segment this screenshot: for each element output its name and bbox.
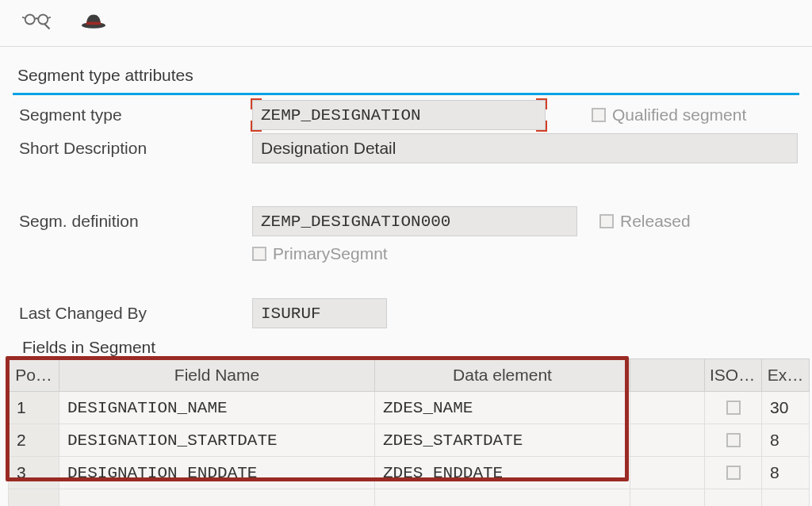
cell-gap: [630, 457, 705, 489]
table-row[interactable]: 1 DESIGNATION_NAME ZDES_NAME 30: [9, 392, 810, 424]
cell-data-element[interactable]: ZDES_NAME: [375, 392, 630, 424]
primary-segment-label: PrimarySegmnt: [273, 244, 388, 263]
col-header-field-name[interactable]: Field Name: [59, 359, 375, 392]
checkbox-icon: [252, 247, 266, 261]
segment-type-label: Segment type: [14, 105, 252, 125]
svg-point-0: [25, 15, 35, 25]
col-header-data-element[interactable]: Data element: [375, 359, 630, 392]
primary-segment-checkbox[interactable]: PrimarySegmnt: [252, 244, 388, 263]
qualified-segment-checkbox[interactable]: Qualified segment: [592, 105, 746, 125]
col-header-position[interactable]: Po…: [9, 359, 59, 392]
table-row[interactable]: 2 DESIGNATION_STARTDATE ZDES_STARTDATE 8: [9, 424, 810, 457]
last-changed-by-value: ISURUF: [261, 305, 321, 323]
segment-attributes-panel: Segment type attributes Segment type ZEM…: [13, 63, 799, 330]
toolbar: [0, 0, 812, 47]
checkbox-icon: [726, 433, 741, 447]
table-row[interactable]: [9, 489, 810, 507]
short-description-label: Short Description: [14, 139, 252, 158]
glasses-icon[interactable]: [22, 6, 51, 35]
segm-definition-value: ZEMP_DESIGNATION000: [261, 213, 450, 231]
last-changed-by-field[interactable]: ISURUF: [252, 298, 387, 328]
col-header-gap: [630, 359, 705, 392]
fields-table-wrap: Po… Field Name Data element ISO c… Ex… 1…: [8, 358, 809, 506]
cell-data-element[interactable]: ZDES_ENDDATE: [375, 457, 630, 489]
cell-field-name[interactable]: DESIGNATION_ENDDATE: [59, 457, 375, 489]
cell-field-name[interactable]: DESIGNATION_STARTDATE: [59, 424, 375, 457]
segment-type-field[interactable]: ZEMP_DESIGNATION: [252, 100, 546, 130]
cell-ext-len: 30: [762, 392, 810, 424]
last-changed-by-label: Last Changed By: [14, 304, 252, 323]
checkbox-icon: [599, 214, 614, 228]
cell-ext-len: 8: [762, 424, 810, 457]
cell-pos: 2: [9, 424, 59, 457]
fields-in-segment-title: Fields in Segment: [0, 330, 812, 357]
segm-definition-field[interactable]: ZEMP_DESIGNATION000: [252, 206, 577, 236]
cell-ext-len: 8: [762, 457, 810, 489]
segm-definition-label: Segm. definition: [14, 212, 252, 231]
col-header-ext-len[interactable]: Ex…: [762, 359, 810, 392]
table-row[interactable]: 3 DESIGNATION_ENDDATE ZDES_ENDDATE 8: [9, 457, 810, 489]
form-area: Segment type ZEMP_DESIGNATION Qualified …: [13, 95, 799, 330]
checkbox-icon: [726, 401, 741, 415]
checkbox-icon: [592, 108, 606, 122]
col-header-iso[interactable]: ISO c…: [705, 359, 762, 392]
cell-iso[interactable]: [705, 424, 762, 457]
short-description-value: Designation Detail: [261, 139, 396, 158]
released-checkbox[interactable]: Released: [599, 212, 691, 231]
checkbox-icon: [726, 466, 741, 480]
segment-type-value: ZEMP_DESIGNATION: [261, 106, 421, 125]
cell-field-name[interactable]: DESIGNATION_NAME: [59, 392, 375, 424]
svg-point-1: [38, 15, 48, 25]
fields-table: Po… Field Name Data element ISO c… Ex… 1…: [8, 358, 810, 506]
hat-icon[interactable]: [79, 6, 108, 35]
cell-iso[interactable]: [705, 457, 762, 489]
cell-pos: 1: [9, 392, 59, 424]
svg-rect-3: [86, 22, 101, 25]
released-label: Released: [620, 212, 691, 231]
cell-data-element[interactable]: ZDES_STARTDATE: [375, 424, 630, 457]
cell-iso[interactable]: [705, 392, 762, 424]
panel-title: Segment type attributes: [13, 63, 799, 95]
cell-gap: [630, 424, 705, 457]
short-description-field[interactable]: Designation Detail: [252, 133, 798, 163]
qualified-segment-label: Qualified segment: [612, 105, 746, 125]
cell-pos: 3: [9, 457, 59, 489]
cell-gap: [630, 392, 705, 424]
table-header-row: Po… Field Name Data element ISO c… Ex…: [9, 359, 810, 392]
